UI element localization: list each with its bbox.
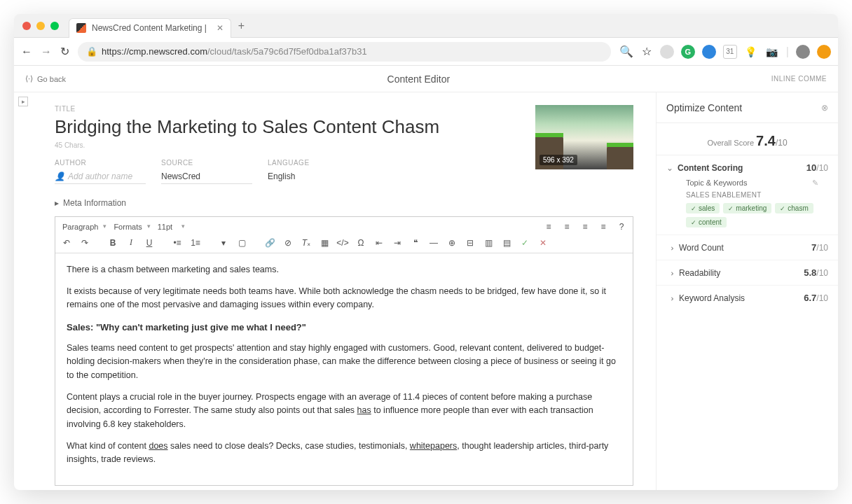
col-icon[interactable]: ▥ — [481, 236, 495, 250]
image-dimensions: 596 x 392 — [540, 155, 577, 165]
new-tab-icon[interactable]: + — [238, 20, 245, 32]
rich-text-editor: Paragraph Formats 11pt ≡ ≡ ≡ ≡ ? ↶ ↷ — [55, 216, 633, 486]
close-tab-icon[interactable]: ✕ — [217, 23, 224, 33]
window-titlebar: NewsCred Content Marketing | ✕ + — [14, 14, 838, 38]
image-icon[interactable]: ▾ — [217, 236, 231, 250]
forward-icon[interactable]: → — [41, 46, 52, 58]
source-field[interactable]: NewsCred — [161, 169, 252, 184]
meta-information-toggle[interactable]: ▸ Meta Information — [55, 198, 633, 208]
tag[interactable]: content — [686, 217, 727, 227]
star-icon[interactable]: ☆ — [642, 45, 652, 58]
split-icon[interactable]: ⊟ — [463, 236, 477, 250]
editor-body[interactable]: There is a chasm between marketing and s… — [55, 253, 633, 485]
inline-comments-toggle[interactable]: INLINE COMME — [771, 75, 827, 83]
char-count: 45 Chars. — [55, 141, 523, 149]
bold-icon[interactable]: B — [106, 236, 120, 250]
italic-icon[interactable]: I — [124, 236, 138, 250]
keyword-tags: sales marketing chasm content — [686, 203, 818, 227]
featured-image[interactable]: 596 x 392 — [535, 105, 633, 169]
url-text: https://cmp.newscred.com/cloud/task/5a79… — [102, 46, 367, 57]
number-list-icon[interactable]: 1≡ — [188, 236, 202, 250]
indent-icon[interactable]: ⇥ — [390, 236, 404, 250]
tab-title: NewsCred Content Marketing | — [92, 23, 207, 33]
close-window-icon[interactable] — [22, 22, 31, 30]
clear-format-icon[interactable]: Tₓ — [299, 236, 313, 250]
table-icon[interactable]: ▦ — [317, 236, 331, 250]
paragraph: It exists because of very legitimate nee… — [67, 285, 621, 312]
url-bar: ← → ↻ 🔒 https://cmp.newscred.com/cloud/t… — [14, 38, 838, 66]
link-icon[interactable]: 🔗 — [263, 236, 277, 250]
keyword-analysis-row[interactable]: ⌄Keyword Analysis 6.7/10 — [657, 285, 838, 310]
tag[interactable]: chasm — [775, 203, 813, 214]
hr-icon[interactable]: — — [427, 236, 441, 250]
extensions: G 31 💡 📷 | — [660, 45, 831, 59]
grammarly-icon[interactable]: G — [681, 45, 695, 59]
profile-badge-icon[interactable] — [817, 45, 831, 59]
media-icon[interactable]: ▢ — [235, 236, 249, 250]
formats-select[interactable]: Formats — [111, 221, 150, 232]
editor-toolbar: Paragraph Formats 11pt ≡ ≡ ≡ ≡ ? ↶ ↷ — [55, 217, 633, 253]
check-icon[interactable]: ✓ — [518, 236, 532, 250]
chevron-right-icon: ⌄ — [666, 244, 675, 252]
bullet-list-icon[interactable]: •≡ — [170, 236, 184, 250]
help-icon[interactable]: ? — [614, 220, 628, 234]
traffic-lights — [22, 22, 59, 30]
camera-icon[interactable]: 📷 — [765, 45, 779, 59]
maximize-window-icon[interactable] — [50, 22, 59, 30]
chevron-right-icon: ⌄ — [666, 294, 675, 302]
avatar[interactable] — [796, 45, 810, 59]
reload-icon[interactable]: ↻ — [60, 45, 69, 58]
align-justify-icon[interactable]: ≡ — [596, 220, 610, 234]
underline-icon[interactable]: U — [142, 236, 156, 250]
optimize-panel: Optimize Content ⊗ Overall Score 7.4/10 … — [656, 92, 838, 490]
paragraph: Sales teams need content to get prospect… — [67, 342, 621, 382]
unlink-icon[interactable]: ⊘ — [281, 236, 295, 250]
edit-icon[interactable]: ✎ — [812, 178, 818, 188]
calendar-icon[interactable]: 31 — [723, 45, 737, 59]
page-title: Content Editor — [387, 74, 451, 85]
code-icon[interactable]: </> — [336, 236, 350, 250]
undo-icon[interactable]: ↶ — [60, 236, 74, 250]
close-panel-icon[interactable]: ⊗ — [821, 103, 828, 113]
chevron-down-icon: ⌄ — [666, 163, 673, 173]
language-label: LANGUAGE — [268, 159, 359, 167]
paragraph: Content plays a crucial role in the buye… — [67, 391, 621, 431]
app-bar: ⟨·⟩ Go back Content Editor INLINE COMME — [14, 66, 838, 92]
minimize-window-icon[interactable] — [36, 22, 45, 30]
author-field[interactable]: 👤Add author name — [55, 169, 146, 184]
paragraph: What kind of content does sales need to … — [67, 440, 621, 467]
insert-icon[interactable]: ⊕ — [445, 236, 459, 250]
collapse-toggle-icon[interactable]: ▸ — [18, 97, 28, 106]
content-scoring-row[interactable]: ⌄Content Scoring 10/10 — [666, 162, 828, 173]
align-left-icon[interactable]: ≡ — [542, 220, 556, 234]
browser-tab[interactable]: NewsCred Content Marketing | ✕ — [69, 18, 231, 38]
readability-row[interactable]: ⌄Readability 5.8/10 — [657, 260, 838, 285]
redo-icon[interactable]: ↷ — [78, 236, 92, 250]
tag[interactable]: sales — [686, 203, 720, 214]
fontsize-select[interactable]: 11pt — [155, 221, 185, 232]
tag[interactable]: marketing — [723, 203, 771, 214]
quote-icon[interactable]: ❝ — [408, 236, 422, 250]
cancel-icon[interactable]: ✕ — [536, 236, 550, 250]
favicon-icon — [76, 23, 86, 33]
go-back-link[interactable]: ⟨·⟩ Go back — [25, 74, 66, 83]
lock-icon: 🔒 — [86, 46, 97, 57]
word-count-row[interactable]: ⌄Word Count 7/10 — [657, 234, 838, 260]
paragraph-select[interactable]: Paragraph — [60, 221, 106, 232]
special-char-icon[interactable]: Ω — [354, 236, 368, 250]
align-right-icon[interactable]: ≡ — [578, 220, 592, 234]
content-title[interactable]: Bridging the Marketing to Sales Content … — [55, 115, 523, 139]
user-icon: 👤 — [55, 172, 65, 181]
bulb-icon[interactable]: 💡 — [744, 45, 758, 59]
outdent-icon[interactable]: ⇤ — [372, 236, 386, 250]
more-icon[interactable]: ▤ — [500, 236, 514, 250]
browser-window: NewsCred Content Marketing | ✕ + ← → ↻ 🔒… — [14, 14, 838, 490]
language-field[interactable]: English — [268, 169, 359, 183]
align-center-icon[interactable]: ≡ — [560, 220, 574, 234]
zoom-icon[interactable] — [702, 45, 716, 59]
chevron-right-icon: ▸ — [55, 198, 59, 208]
ext-icon[interactable] — [660, 45, 674, 59]
search-icon[interactable]: 🔍 — [619, 45, 633, 58]
back-icon[interactable]: ← — [21, 46, 32, 58]
address-bar[interactable]: 🔒 https://cmp.newscred.com/cloud/task/5a… — [78, 42, 611, 62]
